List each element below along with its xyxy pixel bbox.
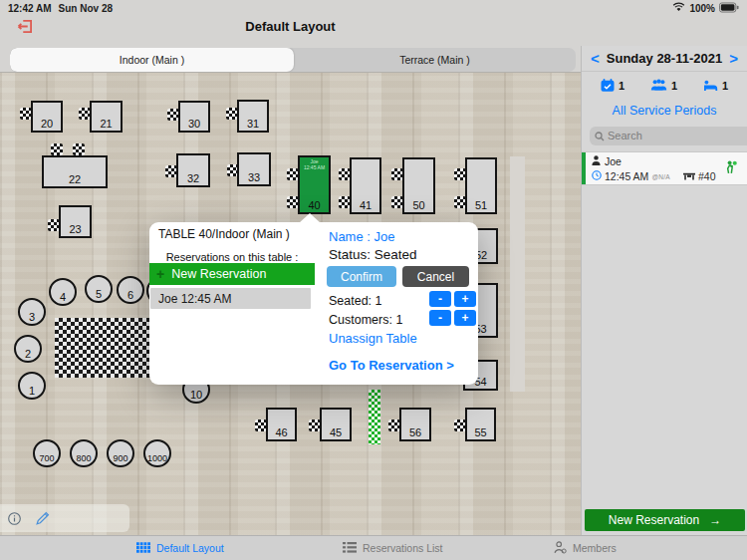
- tab-reservations-list[interactable]: Reservations List: [343, 536, 443, 560]
- search-input[interactable]: [590, 127, 747, 145]
- popup-new-reservation-button[interactable]: + New Reservation: [149, 263, 315, 285]
- grid-icon: [136, 542, 150, 555]
- page-title: Default Layout: [0, 19, 581, 34]
- reservation-table-number: #40: [698, 170, 716, 182]
- status-color-bar: [582, 152, 586, 184]
- table-number: 2: [25, 349, 31, 360]
- search-icon: [595, 132, 605, 141]
- green-divider-strip: [369, 390, 380, 444]
- all-service-periods-link[interactable]: All Service Periods: [582, 104, 747, 118]
- table-number: 900: [113, 454, 127, 463]
- cancel-button[interactable]: Cancel: [402, 266, 469, 287]
- table-number: 30: [188, 119, 200, 131]
- tab-terrace-main[interactable]: Terrace (Main ): [294, 48, 576, 72]
- table-number: 3: [29, 312, 35, 323]
- table-reservation-label: Joe 12:45 AM: [300, 158, 329, 170]
- tab-indoor-main[interactable]: Indoor (Main ): [10, 48, 294, 72]
- table-33[interactable]: 33: [237, 152, 271, 186]
- wifi-icon: [672, 2, 685, 14]
- table-800[interactable]: 800: [70, 439, 98, 467]
- unassign-table-link[interactable]: Unassign Table: [329, 331, 417, 346]
- info-icon[interactable]: [8, 512, 21, 525]
- table-22[interactable]: 22: [42, 155, 108, 188]
- table-50[interactable]: 50: [402, 157, 435, 214]
- header-bar: Default Layout: [0, 16, 747, 46]
- current-date: Sunday 28-11-2021: [607, 51, 722, 66]
- guests-icon: [650, 79, 667, 93]
- table-55[interactable]: 55: [465, 408, 496, 441]
- table-number: 10: [190, 390, 202, 401]
- popup-status-label: Status: Seated: [329, 247, 417, 262]
- clock-icon: [592, 170, 602, 182]
- customers-plus-button[interactable]: +: [454, 310, 476, 326]
- date-header: < Sunday 28-11-2021 >: [582, 46, 747, 72]
- confirm-button[interactable]: Confirm: [327, 266, 396, 287]
- table-41[interactable]: 41: [350, 157, 381, 214]
- seated-plus-button[interactable]: +: [454, 291, 476, 307]
- table-5[interactable]: 5: [85, 275, 113, 303]
- reservation-time: 12:45 AM: [605, 170, 648, 182]
- table-21[interactable]: 21: [90, 101, 123, 133]
- table-number: 6: [127, 290, 133, 301]
- table-1[interactable]: 1: [18, 372, 46, 400]
- table-46[interactable]: 46: [266, 408, 297, 441]
- reservation-list-item[interactable]: Joe 12:45 AM @N/A #40: [582, 151, 747, 185]
- battery-percent: 100%: [689, 3, 715, 14]
- day-stats: 1 1 1: [582, 74, 747, 98]
- table-4[interactable]: 4: [49, 278, 77, 306]
- person-icon: [592, 155, 601, 167]
- table-number: 1000: [147, 454, 167, 463]
- stat-seated-value: 1: [722, 80, 728, 92]
- seated-status-icon: [725, 160, 737, 179]
- table-6[interactable]: 6: [117, 276, 144, 304]
- chair-icon: [73, 143, 85, 155]
- new-reservation-button[interactable]: New Reservation →: [585, 509, 745, 531]
- table-51[interactable]: 51: [465, 157, 497, 214]
- table-700[interactable]: 700: [33, 439, 61, 467]
- go-to-reservation-link[interactable]: Go To Reservation >: [329, 358, 454, 373]
- reservation-guest-name: Joe: [605, 155, 622, 167]
- popup-reservation-row[interactable]: Joe 12:45 AM: [150, 288, 311, 309]
- stat-guests-value: 1: [671, 80, 677, 92]
- seated-icon: [703, 79, 718, 93]
- table-number: 700: [39, 454, 54, 463]
- table-56[interactable]: 56: [399, 408, 431, 441]
- tab-members[interactable]: Members: [554, 536, 617, 560]
- stat-reservations-value: 1: [619, 80, 624, 92]
- previous-day-button[interactable]: <: [591, 50, 600, 67]
- tab-default-layout[interactable]: Default Layout: [136, 536, 224, 560]
- table-3[interactable]: 3: [18, 298, 46, 326]
- table-number: 33: [248, 172, 260, 184]
- stat-reservations: 1: [601, 79, 624, 94]
- stat-guests: 1: [650, 79, 677, 93]
- table-2[interactable]: 2: [14, 335, 42, 363]
- table-number: 20: [41, 119, 53, 131]
- customers-count-label: Customers: 1: [329, 313, 402, 327]
- table-number: 32: [187, 173, 199, 185]
- table-number: 23: [69, 224, 81, 236]
- table-number: 55: [474, 427, 486, 439]
- table-31[interactable]: 31: [237, 100, 269, 133]
- bottom-tab-bar: Default Layout Reservations List Members: [0, 535, 747, 560]
- status-date: Sun Nov 28: [59, 3, 113, 14]
- arrow-right-icon: →: [709, 513, 721, 527]
- table-1000[interactable]: 1000: [143, 439, 171, 467]
- table-20[interactable]: 20: [31, 101, 63, 133]
- table-900[interactable]: 900: [107, 439, 134, 467]
- table-40[interactable]: Joe 12:45 AM40: [298, 155, 331, 214]
- status-time: 12:42 AM: [8, 3, 52, 14]
- table-32[interactable]: 32: [176, 153, 210, 187]
- table-45[interactable]: 45: [320, 408, 352, 441]
- floor-plan[interactable]: TABLE 40/Indoor (Main ) Reservations on …: [0, 72, 581, 535]
- battery-icon: [719, 2, 739, 15]
- table-23[interactable]: 23: [59, 205, 92, 238]
- seated-minus-button[interactable]: -: [429, 291, 451, 307]
- table-30[interactable]: 30: [178, 101, 210, 133]
- plus-icon: +: [156, 266, 164, 282]
- pencil-icon[interactable]: [35, 511, 50, 526]
- chair-icon: [51, 143, 63, 155]
- app-window: 12:42 AM Sun Nov 28 100% Default Layout …: [0, 0, 747, 560]
- layout-tabs: Indoor (Main ) Terrace (Main ): [10, 48, 576, 72]
- customers-minus-button[interactable]: -: [429, 310, 451, 326]
- next-day-button[interactable]: >: [729, 50, 738, 67]
